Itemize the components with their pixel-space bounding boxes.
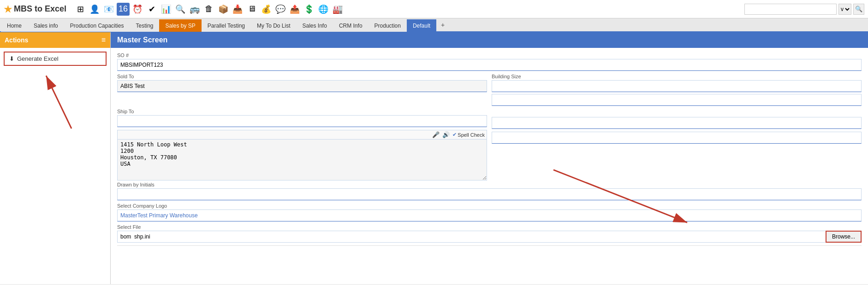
building-size-label: Building Size bbox=[492, 74, 862, 79]
tab-sales-by-sp[interactable]: Sales by SP bbox=[159, 19, 201, 32]
toolbar-icon-globe[interactable]: 🌐 bbox=[317, 3, 330, 16]
content-body: SO # Sold To Building Size bbox=[111, 48, 868, 266]
ship-to-col: Ship To bbox=[117, 109, 487, 130]
so-label: SO # bbox=[117, 52, 862, 58]
search-button[interactable]: 🔍 bbox=[853, 4, 864, 15]
company-logo-input[interactable] bbox=[117, 209, 862, 221]
toolbar-icon-grid[interactable]: ⊞ bbox=[74, 3, 87, 16]
sidebar-content: ⬇ Generate Excel bbox=[0, 48, 110, 70]
toolbar-icon-check[interactable]: ✔ bbox=[145, 3, 158, 16]
file-row: Browse... bbox=[117, 231, 862, 243]
address-right-col bbox=[492, 130, 862, 182]
so-group: SO # bbox=[117, 52, 862, 71]
textarea-toolbar: 🎤 🔊 ✔ Spell Check bbox=[117, 130, 487, 139]
toolbar-icon-package[interactable]: 📦 bbox=[217, 3, 230, 16]
toolbar-icon-search[interactable]: 🔍 bbox=[174, 3, 187, 16]
select-file-label: Select File bbox=[117, 224, 862, 230]
content-area: Master Screen SO # Sold To bbox=[111, 32, 868, 284]
tab-production[interactable]: Production bbox=[369, 19, 407, 32]
master-screen-header: Master Screen bbox=[111, 32, 868, 48]
toolbar-icon-trash[interactable]: 🗑 bbox=[202, 3, 215, 16]
nav-tabs: Home Sales info Production Capacities Te… bbox=[0, 18, 868, 32]
building-size-inputs bbox=[492, 80, 862, 106]
tab-my-to-do-list[interactable]: My To Do List bbox=[251, 19, 296, 32]
browse-button[interactable]: Browse... bbox=[826, 231, 862, 243]
drawn-by-label: Drawn by Initials bbox=[117, 182, 862, 187]
toolbar-icon-factory[interactable]: 🏭 bbox=[331, 3, 344, 16]
app-title-text: MBS to Excel bbox=[14, 4, 66, 14]
sold-to-row: Sold To Building Size bbox=[117, 74, 862, 109]
app-header: ★ MBS to Excel ⊞ 👤 📧 16 ⏰ ✔ 📊 🔍 🚌 🗑 📦 📥 … bbox=[0, 0, 868, 18]
tab-testing[interactable]: Testing bbox=[130, 19, 159, 32]
toolbar-icon-upload[interactable]: 📤 bbox=[288, 3, 301, 16]
generate-excel-label: Generate Excel bbox=[17, 55, 59, 62]
drawn-by-group: Drawn by Initials bbox=[117, 182, 862, 200]
sold-to-label: Sold To bbox=[117, 74, 487, 79]
sold-to-input[interactable] bbox=[117, 80, 487, 92]
tab-crm-info[interactable]: CRM Info bbox=[333, 19, 369, 32]
so-input[interactable] bbox=[117, 59, 862, 71]
star-icon: ★ bbox=[4, 4, 12, 15]
toolbar-icon-email[interactable]: 📧 bbox=[102, 3, 115, 16]
tab-add[interactable]: + bbox=[436, 18, 449, 31]
sold-to-col: Sold To bbox=[117, 74, 487, 109]
tab-default[interactable]: Default bbox=[407, 19, 436, 32]
select-file-group: Select File Browse... bbox=[117, 224, 862, 243]
toolbar-icon-user[interactable]: 👤 bbox=[88, 3, 101, 16]
toolbar-icon-money[interactable]: 💰 bbox=[260, 3, 273, 16]
search-area: v 🔍 bbox=[744, 4, 864, 15]
toolbar-icon-calendar[interactable]: 16 bbox=[117, 3, 130, 16]
ship-to-group: Ship To bbox=[117, 109, 487, 127]
sidebar-menu-icon[interactable]: ≡ bbox=[101, 36, 106, 44]
toolbar-icon-bus[interactable]: 🚌 bbox=[188, 3, 201, 16]
master-screen-title: Master Screen bbox=[117, 36, 167, 44]
generate-excel-button[interactable]: ⬇ Generate Excel bbox=[4, 52, 107, 66]
address-col: 🎤 🔊 ✔ Spell Check 1415 North Loop West 1… bbox=[117, 130, 487, 182]
ship-to-right-col bbox=[492, 109, 862, 130]
ship-to-label: Ship To bbox=[117, 109, 487, 114]
search-input[interactable] bbox=[744, 4, 837, 15]
toolbar-icon-chart[interactable]: 📊 bbox=[160, 3, 172, 16]
file-input[interactable] bbox=[117, 231, 826, 243]
speaker-icon[interactable]: 🔊 bbox=[442, 131, 450, 138]
drawn-by-input[interactable] bbox=[117, 188, 862, 200]
building-size-input-2[interactable] bbox=[492, 94, 862, 106]
building-size-group: Building Size bbox=[492, 74, 862, 106]
ship-to-row: Ship To bbox=[117, 109, 862, 130]
toolbar-icon-clock[interactable]: ⏰ bbox=[131, 3, 144, 16]
address-row: 🎤 🔊 ✔ Spell Check 1415 North Loop West 1… bbox=[117, 130, 862, 182]
tab-production-capacities[interactable]: Production Capacities bbox=[64, 19, 130, 32]
address-right-input[interactable] bbox=[492, 132, 862, 144]
bottom-spacer bbox=[117, 248, 862, 262]
toolbar-icon-speech[interactable]: 💬 bbox=[274, 3, 287, 16]
ship-to-right-input[interactable] bbox=[492, 117, 862, 129]
company-logo-label: Select Company Logo bbox=[117, 203, 862, 209]
sold-to-group: Sold To bbox=[117, 74, 487, 92]
app-title: ★ MBS to Excel bbox=[4, 4, 66, 15]
mic-icon[interactable]: 🎤 bbox=[432, 131, 440, 138]
toolbar-icon-monitor[interactable]: 🖥 bbox=[245, 3, 258, 16]
spell-check-checkmark: ✔ bbox=[452, 132, 457, 138]
search-dropdown[interactable]: v bbox=[838, 4, 851, 15]
address-textarea[interactable]: 1415 North Loop West 1200 Houston, TX 77… bbox=[117, 139, 487, 180]
section-divider bbox=[117, 245, 862, 246]
toolbar-icon-download[interactable]: 📥 bbox=[231, 3, 244, 16]
generate-excel-icon: ⬇ bbox=[9, 55, 14, 62]
sidebar-title: Actions bbox=[5, 36, 28, 44]
toolbar-icons: ⊞ 👤 📧 16 ⏰ ✔ 📊 🔍 🚌 🗑 📦 📥 🖥 💰 💬 📤 💲 🌐 🏭 bbox=[74, 3, 744, 16]
spell-check-label: Spell Check bbox=[458, 132, 485, 138]
main-layout: Actions ≡ ⬇ Generate Excel Master Screen… bbox=[0, 32, 868, 284]
sidebar-header: Actions ≡ bbox=[0, 32, 110, 48]
tab-parallel-testing[interactable]: Parallel Testing bbox=[202, 19, 251, 32]
sidebar: Actions ≡ ⬇ Generate Excel bbox=[0, 32, 111, 284]
building-size-col: Building Size bbox=[492, 74, 862, 109]
building-size-input-1[interactable] bbox=[492, 80, 862, 92]
ship-to-input[interactable] bbox=[117, 115, 487, 127]
spell-check-button[interactable]: ✔ Spell Check bbox=[452, 132, 485, 138]
company-logo-group: Select Company Logo bbox=[117, 203, 862, 221]
toolbar-icon-dollar[interactable]: 💲 bbox=[303, 3, 315, 16]
tab-home[interactable]: Home bbox=[1, 19, 28, 32]
tab-sales-info-2[interactable]: Sales Info bbox=[297, 19, 333, 32]
tab-sales-info[interactable]: Sales info bbox=[28, 19, 64, 32]
